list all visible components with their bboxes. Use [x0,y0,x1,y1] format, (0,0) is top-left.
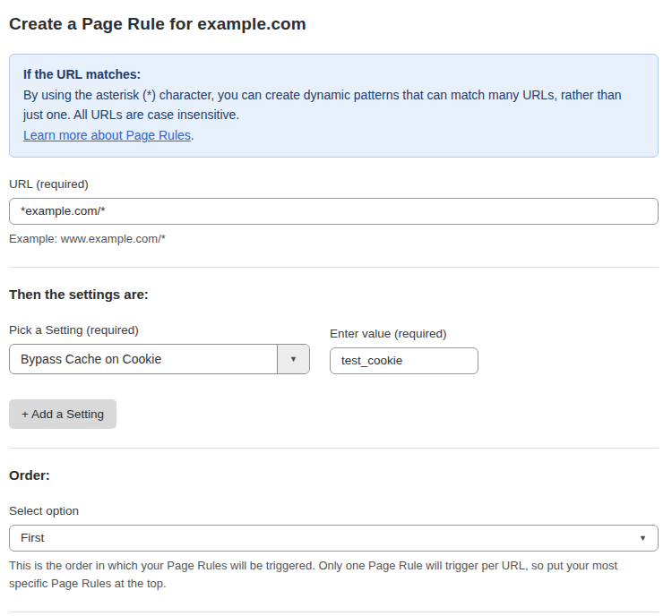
learn-more-link[interactable]: Learn more about Page Rules [23,128,191,142]
page-title: Create a Page Rule for example.com [9,14,659,34]
page-rule-form: Create a Page Rule for example.com If th… [0,0,672,616]
settings-row: Pick a Setting (required) Bypass Cache o… [9,323,659,374]
order-select[interactable]: First ▼ [9,525,659,552]
setting-select[interactable]: Bypass Cache on Cookie ▼ [9,344,310,374]
url-input[interactable] [9,198,659,225]
value-input-label: Enter value (required) [330,327,478,340]
link-suffix: . [191,128,194,142]
divider [9,448,659,449]
info-box-link-line: Learn more about Page Rules. [23,125,644,146]
setting-select-column: Pick a Setting (required) Bypass Cache o… [9,323,310,374]
setting-select-label: Pick a Setting (required) [9,323,310,337]
chevron-down-icon: ▼ [639,534,647,543]
order-heading: Order: [9,467,659,483]
url-label: URL (required) [9,177,659,191]
settings-heading: Then the settings are: [9,287,659,302]
order-select-value: First [21,531,44,544]
divider [9,267,659,268]
divider [9,612,659,612]
setting-value-input[interactable] [330,347,478,374]
order-select-label: Select option [9,504,659,518]
url-match-info-box: If the URL matches: By using the asteris… [9,54,659,158]
url-helper: Example: www.example.com/* [9,230,659,248]
chevron-down-icon: ▼ [289,355,297,364]
setting-select-arrow-button[interactable]: ▼ [277,345,309,373]
order-helper: This is the order in which your Page Rul… [9,557,659,593]
setting-value-column: Enter value (required) [330,327,478,374]
add-setting-button[interactable]: + Add a Setting [9,399,116,429]
info-box-heading: If the URL matches: [23,64,644,85]
info-box-body: By using the asterisk (*) character, you… [23,85,644,125]
setting-select-value: Bypass Cache on Cookie [10,345,277,373]
